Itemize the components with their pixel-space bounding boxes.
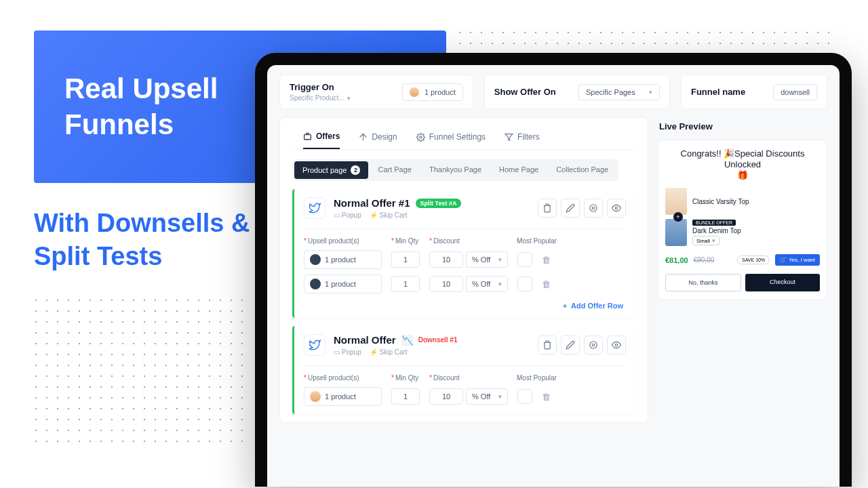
discount-type-select[interactable]: % Off▾ [466, 388, 508, 405]
svg-point-3 [590, 205, 597, 212]
offer-card-2: Normal Offer📉Downsell #1 ▭ Popup⚡ Skip C… [292, 326, 635, 414]
popular-checkbox[interactable] [517, 277, 532, 291]
trigger-sublabel[interactable]: Specific Product...▾ [290, 94, 351, 102]
chip-thankyou-page[interactable]: Thankyou Page [421, 161, 490, 179]
chip-count-badge: 2 [351, 165, 360, 175]
popular-checkbox[interactable] [517, 389, 532, 404]
edit-button[interactable] [561, 336, 580, 354]
remove-row-button[interactable]: 🗑 [542, 255, 551, 265]
chip-home-page[interactable]: Home Page [491, 161, 547, 179]
chip-collection-page[interactable]: Collection Page [548, 161, 616, 179]
preview-popup: Congrats!! 🎉Special Discounts Unlocked🎁 … [658, 140, 827, 300]
plus-icon: + [673, 212, 683, 222]
upsell-product-select[interactable]: 1 product [304, 274, 382, 293]
product-row: 1 product 1 10 % Off▾ 🗑 [304, 387, 626, 406]
remove-row-button[interactable]: 🗑 [542, 392, 551, 402]
add-offer-row-button[interactable]: + Add Offer Row [304, 293, 626, 310]
live-preview-title: Live Preview [659, 121, 827, 131]
filter-icon [505, 133, 513, 142]
preview-price-row: €81,00 €90,00 SAVE 10% 🛒 Yes, I want [665, 254, 820, 266]
chip-cart-page[interactable]: Cart Page [370, 161, 420, 179]
size-select[interactable]: Small▾ [692, 236, 719, 245]
show-offer-label: Show Offer On [494, 87, 556, 97]
product-thumb-icon [310, 391, 321, 402]
svg-point-1 [420, 136, 422, 138]
app-screen: Trigger On Specific Product...▾ 1 produc… [267, 65, 840, 487]
trend-down-icon: 📉 [401, 335, 413, 346]
offers-icon [303, 132, 312, 141]
bundle-badge: BUNDLE OFFER [692, 220, 736, 226]
svg-point-4 [615, 207, 618, 209]
upsell-product-select[interactable]: 1 product [304, 250, 382, 269]
svg-point-6 [590, 342, 597, 349]
funnel-name-label: Funnel name [691, 87, 745, 97]
tab-funnel-settings[interactable]: Funnel Settings [416, 127, 486, 149]
col-discount: *Discount [429, 237, 507, 245]
design-icon [359, 133, 368, 142]
product-image [665, 219, 687, 246]
trigger-panel: Trigger On Specific Product...▾ 1 produc… [279, 75, 473, 109]
bg-dots-bottom [31, 295, 248, 444]
chip-product-page[interactable]: Product page2 [294, 161, 368, 179]
min-qty-input[interactable]: 1 [391, 388, 420, 405]
checkout-button[interactable]: Checkout [745, 274, 820, 291]
col-popular: Most Popular [517, 237, 574, 245]
product-row: 1 product 1 10 % Off▾ 🗑 [304, 274, 626, 293]
gear-icon [416, 133, 425, 142]
no-thanks-button[interactable]: No, thanks [665, 274, 741, 291]
settings-button[interactable] [584, 199, 603, 218]
product-row: 1 product 1 10 % Off▾ 🗑 [304, 250, 626, 269]
funnel-name-input[interactable]: downsell [773, 84, 817, 100]
tab-filters[interactable]: Filters [505, 127, 540, 149]
funnel-name-panel: Funnel name downsell [681, 75, 827, 109]
top-config-row: Trigger On Specific Product...▾ 1 produc… [279, 75, 827, 109]
price-old: €90,00 [694, 256, 715, 264]
product-thumb-icon [410, 87, 419, 97]
downsell-badge: Downsell #1 [418, 336, 458, 344]
svg-point-2 [592, 207, 595, 209]
show-offer-select[interactable]: Specific Pages▾ [578, 84, 660, 100]
discount-input[interactable]: 10 [429, 388, 463, 405]
trigger-product-select[interactable]: 1 product [402, 83, 463, 101]
promo-subtitle: With Downsells &Split Tests [34, 207, 250, 274]
price-current: €81,00 [665, 256, 688, 264]
preview-button[interactable] [607, 336, 626, 354]
preview-headline: Congrats!! 🎉Special Discounts Unlocked🎁 [665, 148, 820, 181]
offer-title: Normal Offer #1Split Test #A [334, 197, 461, 209]
preview-product-2: BUNDLE OFFER Dark Denim Top Small▾ [665, 219, 820, 246]
min-qty-input[interactable]: 1 [391, 251, 420, 268]
min-qty-input[interactable]: 1 [391, 276, 420, 292]
tab-offers[interactable]: Offers [303, 127, 340, 149]
live-preview-panel: Live Preview Congrats!! 🎉Special Discoun… [658, 117, 827, 423]
product-thumb-icon [310, 254, 321, 265]
save-badge: SAVE 10% [737, 256, 770, 264]
discount-input[interactable]: 10 [429, 251, 463, 268]
remove-row-button[interactable]: 🗑 [542, 279, 551, 289]
preview-product-1: Classic Varsity Top + [665, 188, 820, 215]
tab-design[interactable]: Design [359, 127, 397, 149]
promo-title: Real UpsellFunnels [64, 71, 218, 142]
svg-point-7 [615, 344, 618, 346]
col-upsell: *Upsell product(s) [304, 374, 382, 382]
delete-button[interactable] [538, 336, 557, 354]
settings-button[interactable] [584, 336, 603, 354]
preview-button[interactable] [607, 199, 626, 218]
col-popular: Most Popular [517, 374, 574, 382]
main-editor: Offers Design Funnel Settings Filters Pr… [279, 117, 648, 423]
discount-type-select[interactable]: % Off▾ [466, 251, 508, 268]
chevron-down-icon: ▾ [649, 89, 652, 96]
col-minqty: *Min Qty [391, 374, 420, 382]
offer-meta: ▭ Popup⚡ Skip Cart [334, 348, 458, 356]
product-image [665, 188, 687, 215]
edit-button[interactable] [561, 199, 580, 218]
discount-input[interactable]: 10 [429, 276, 463, 292]
page-chips: Product page2 Cart Page Thankyou Page Ho… [292, 159, 618, 181]
col-minqty: *Min Qty [391, 237, 420, 245]
discount-type-select[interactable]: % Off▾ [466, 276, 508, 292]
popular-checkbox[interactable] [517, 252, 532, 267]
delete-button[interactable] [538, 199, 557, 218]
svg-point-5 [592, 344, 595, 346]
product-thumb-icon [310, 279, 321, 289]
yes-i-want-button[interactable]: 🛒 Yes, I want [775, 254, 820, 266]
upsell-product-select[interactable]: 1 product [304, 387, 382, 406]
